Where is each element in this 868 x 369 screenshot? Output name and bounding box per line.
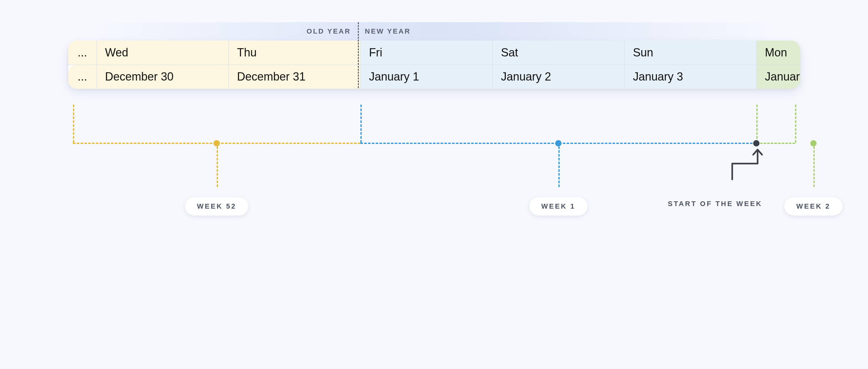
year-header: OLD YEAR NEW YEAR <box>91 22 777 41</box>
dow-cell: Mon <box>757 41 800 65</box>
left-ellipsis: ... <box>68 65 97 89</box>
start-of-week-label: START OF THE WEEK <box>668 200 762 208</box>
bracket-layer: WEEK 52 WEEK 1 WEEK 2 ST <box>68 105 800 250</box>
dot-week-52 <box>214 140 220 146</box>
date-cell: January 4 <box>757 65 800 89</box>
dot-week-2 <box>810 140 816 146</box>
calendar-row-date: ... December 30 December 31 January 1 Ja… <box>68 65 800 89</box>
date-cell: January 1 <box>361 65 493 89</box>
new-year-label: NEW YEAR <box>365 27 411 35</box>
dow-cell: Thu <box>229 41 361 65</box>
calendar-row-weekday: ... Wed Thu Fri Sat Sun Mon ... <box>68 41 800 65</box>
dow-cell: Sun <box>625 41 757 65</box>
pill-week-1: WEEK 1 <box>529 197 588 215</box>
dow-cell: Sat <box>493 41 625 65</box>
date-cell: January 3 <box>625 65 757 89</box>
date-cell: December 30 <box>97 65 229 89</box>
dow-cell: Fri <box>361 41 493 65</box>
date-cell: December 31 <box>229 65 361 89</box>
date-cell: January 2 <box>493 65 625 89</box>
arrow-icon <box>726 144 764 182</box>
dot-start-of-week <box>753 140 760 146</box>
dow-cell: Wed <box>97 41 229 65</box>
pill-week-52: WEEK 52 <box>185 197 248 215</box>
calendar-table: ... Wed Thu Fri Sat Sun Mon ... ... Dece… <box>68 41 800 89</box>
old-year-label: OLD YEAR <box>307 27 351 35</box>
diagram-stage: OLD YEAR NEW YEAR ... Wed Thu Fri Sat Su… <box>63 22 805 89</box>
year-header-gradient <box>91 22 777 41</box>
year-divider-line <box>358 22 359 88</box>
pill-week-2: WEEK 2 <box>784 197 843 215</box>
left-ellipsis: ... <box>68 41 97 65</box>
dot-week-1 <box>555 140 561 146</box>
